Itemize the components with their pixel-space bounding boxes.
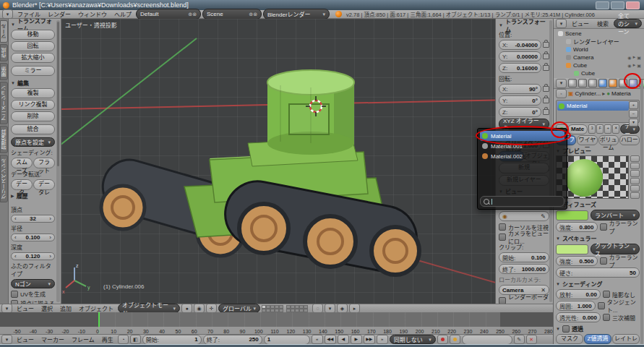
users-count-button[interactable]: 3 bbox=[588, 124, 596, 134]
transp-mask-tab[interactable]: マスク bbox=[556, 334, 583, 344]
timeline-editor[interactable]: -50-40-30-20-100102030405060708090100110… bbox=[0, 312, 553, 334]
tab-render-icon[interactable] bbox=[568, 79, 577, 87]
toolshelf-tab-grease-pencil[interactable]: グリースペンシル bbox=[0, 155, 8, 202]
diffuse-ramp-checkbox[interactable]: カラーランプ bbox=[600, 223, 640, 231]
frame-start-field[interactable]: 開始:1 bbox=[142, 335, 202, 345]
play-button[interactable]: ▶ bbox=[351, 335, 362, 344]
clip-start-field[interactable]: 開始:0.100 bbox=[499, 252, 549, 262]
add-menu[interactable]: 追加 bbox=[57, 304, 74, 312]
preview-flat-icon[interactable] bbox=[630, 155, 640, 162]
rotate-button[interactable]: 回転 bbox=[11, 41, 55, 51]
scale-button[interactable]: 拡大縮小 bbox=[11, 53, 55, 63]
material-slot-active[interactable]: Material bbox=[557, 101, 629, 111]
editor-type-icon[interactable]: ▾ bbox=[2, 9, 13, 19]
select-menu[interactable]: 選択 bbox=[38, 304, 56, 312]
loc-z-field[interactable]: Z:0.16000 bbox=[499, 63, 541, 73]
emit-field[interactable]: 放射:0.00 bbox=[556, 289, 601, 299]
rot-x-field[interactable]: X:90° bbox=[499, 84, 541, 94]
ambient-field[interactable]: 周囲:1.000 bbox=[556, 301, 596, 311]
specular-intensity-slider[interactable]: 強度:0.500 bbox=[556, 256, 598, 266]
tab-render-layers-icon[interactable] bbox=[578, 79, 587, 87]
tab-world-icon[interactable] bbox=[598, 79, 607, 87]
edit-panel-header[interactable]: 編集 bbox=[17, 79, 29, 87]
breadcrumb-material[interactable]: Materia bbox=[611, 90, 631, 97]
specular-ramp-checkbox[interactable]: カラーランプ bbox=[600, 257, 640, 265]
menu-window[interactable]: ウィンドウ bbox=[75, 10, 110, 18]
material-slot-list[interactable]: Material + − ▾ bbox=[556, 100, 640, 123]
tangent-shading-checkbox[interactable]: タンジェント... bbox=[598, 301, 640, 310]
eye-icon[interactable]: ◉ bbox=[627, 63, 631, 68]
popup-item-material-002[interactable]: Material.002 bbox=[480, 151, 564, 161]
specular-panel-header[interactable]: スペキュラー bbox=[562, 234, 596, 242]
data-layout-transfer-button[interactable]: データレ bbox=[33, 179, 55, 190]
properties-scrollbar[interactable] bbox=[640, 80, 643, 346]
preview-sky-icon[interactable] bbox=[630, 192, 640, 199]
disclosure-triangle-icon[interactable]: ▼ bbox=[556, 282, 560, 286]
current-frame-field[interactable]: 1 bbox=[264, 335, 310, 345]
tab-constraints-icon[interactable] bbox=[619, 79, 627, 87]
tank-model[interactable]: z y x bbox=[61, 19, 495, 304]
layer-cell[interactable] bbox=[279, 309, 283, 312]
timeline-menu-view[interactable]: ビュー bbox=[14, 335, 37, 343]
lock-icon[interactable] bbox=[543, 86, 549, 92]
fake-user-button[interactable]: F bbox=[596, 124, 604, 134]
lock-icon[interactable] bbox=[543, 65, 549, 71]
minimize-button[interactable] bbox=[596, 1, 609, 9]
material-type-halo-tab[interactable]: ハロー bbox=[619, 135, 640, 145]
delete-keyframe-icon[interactable]: ✕ bbox=[526, 335, 537, 344]
prev-keyframe-button[interactable]: ◀◀ bbox=[325, 335, 336, 344]
transparency-panel-header[interactable]: 透過 bbox=[572, 325, 583, 333]
eye-icon[interactable]: ◉ bbox=[627, 55, 631, 60]
vertices-field[interactable]: ‹32› bbox=[11, 215, 55, 223]
specular-color-swatch[interactable] bbox=[556, 244, 588, 254]
shade-flat-button[interactable]: フラット bbox=[33, 158, 55, 168]
slot-specials-button[interactable]: ▾ bbox=[629, 119, 638, 127]
screen-layout-selector[interactable]: Default⊕⊗ bbox=[136, 9, 201, 20]
menu-file[interactable]: ファイル bbox=[14, 10, 43, 18]
slot-add-button[interactable]: + bbox=[629, 101, 638, 109]
loc-y-field[interactable]: Y:0.00000 bbox=[499, 51, 541, 61]
visibility-toggles[interactable]: ◉►▣ bbox=[627, 63, 641, 68]
toolshelf-tab-animation[interactable]: アニメーション bbox=[0, 82, 8, 124]
lock-icon[interactable] bbox=[543, 42, 549, 48]
slot-remove-button[interactable]: − bbox=[629, 110, 638, 118]
move-button[interactable]: 移動 bbox=[11, 30, 55, 40]
join-button[interactable]: 統合 bbox=[11, 124, 55, 134]
timeline-menu-frame[interactable]: フレーム bbox=[69, 335, 98, 343]
delete-button[interactable]: 削除 bbox=[11, 111, 55, 121]
generate-uv-checkbox[interactable]: UVを生成 bbox=[11, 290, 55, 298]
lock-camera-to-view-checkbox[interactable]: カメラをビューにロ... bbox=[499, 233, 549, 241]
record-icon[interactable] bbox=[437, 335, 448, 344]
lock-object-field[interactable]: ◉✎ bbox=[499, 211, 549, 221]
timeline-menu-marker[interactable]: マーカー bbox=[38, 335, 67, 343]
duplicate-button[interactable]: 複製 bbox=[11, 88, 55, 98]
selectable-icon[interactable]: ► bbox=[632, 63, 636, 68]
cap-fill-dropdown[interactable]: Nゴン▾ bbox=[11, 279, 55, 288]
toolshelf-scrollbar[interactable] bbox=[56, 20, 60, 302]
keying-set-icon[interactable] bbox=[450, 335, 460, 344]
unlink-material-button[interactable]: ✕ bbox=[612, 124, 619, 134]
outliner-row[interactable]: Camera◉►▣ bbox=[555, 53, 643, 61]
mirror-button[interactable]: ミラー bbox=[11, 66, 55, 76]
sync-dropdown[interactable]: 同期しない▾ bbox=[390, 335, 436, 344]
transp-ztransp-tab[interactable]: Z値透過 bbox=[584, 334, 611, 344]
menu-render[interactable]: レンダー bbox=[45, 10, 74, 18]
shade-smooth-button[interactable]: スムーズ bbox=[11, 158, 33, 168]
jump-to-end-button[interactable]: » bbox=[377, 335, 388, 344]
history-panel-header[interactable]: 履歴 bbox=[17, 192, 28, 200]
renderable-icon[interactable]: ▣ bbox=[637, 55, 641, 60]
menu-help[interactable]: ヘルプ bbox=[111, 10, 134, 18]
visibility-toggles[interactable]: ◉►▣ bbox=[627, 55, 641, 60]
lock-icon[interactable] bbox=[543, 109, 549, 115]
link-duplicate-button[interactable]: リンク複製 bbox=[11, 100, 55, 110]
frame-end-field[interactable]: 終了:250 bbox=[203, 335, 262, 345]
new-material-button[interactable]: + bbox=[604, 124, 611, 134]
render-engine-selector[interactable]: Blenderレンダー▾ bbox=[263, 9, 330, 20]
tab-object-icon[interactable] bbox=[609, 79, 617, 87]
timeline-menu-playback[interactable]: 再生 bbox=[99, 335, 116, 343]
jump-to-start-button[interactable]: « bbox=[312, 335, 323, 344]
preview-monkey-icon[interactable] bbox=[630, 178, 640, 184]
timeline-ruler[interactable]: -50-40-30-20-100102030405060708090100110… bbox=[0, 327, 553, 334]
tab-scene-icon[interactable] bbox=[588, 79, 597, 87]
preview-sphere-icon[interactable] bbox=[630, 163, 640, 169]
